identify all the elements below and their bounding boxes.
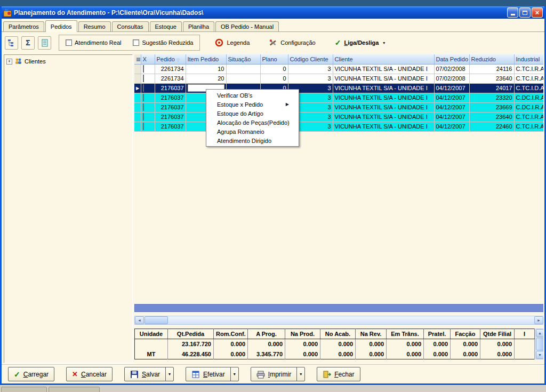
cell-industrial[interactable]: C.TC.I.R.A bbox=[514, 64, 543, 74]
table-row[interactable]: 2176037 3 VICUNHA TEXTIL S/A - UNIDADE I… bbox=[134, 122, 543, 131]
tab-resumo[interactable]: Resumo bbox=[78, 21, 111, 31]
row-checkbox[interactable] bbox=[143, 123, 144, 130]
row-checkbox[interactable] bbox=[143, 75, 144, 82]
tab-ob-pedido-manual[interactable]: OB Pedido - Manual bbox=[215, 21, 279, 31]
col-header-data-pedido[interactable]: Data Pedido bbox=[434, 54, 469, 64]
cell-codigo[interactable]: 3 bbox=[288, 74, 333, 83]
horizontal-scrollbar[interactable]: ◄ ► bbox=[134, 316, 543, 325]
cell-data[interactable]: 07/02/2008 bbox=[434, 74, 469, 83]
taskbar-button[interactable] bbox=[1, 387, 47, 392]
col-header-situacao[interactable]: Situação bbox=[226, 54, 260, 64]
cell-data[interactable]: 04/12/2007 bbox=[434, 112, 469, 122]
cell-pedido[interactable]: 2176037 bbox=[155, 102, 186, 112]
fechar-button[interactable]: Fechar bbox=[317, 367, 360, 381]
cell-industrial[interactable]: C.TC.I.R.A bbox=[514, 112, 543, 122]
row-checkbox[interactable] bbox=[143, 65, 144, 73]
scroll-right-button[interactable]: ► bbox=[534, 316, 543, 324]
minimize-button[interactable] bbox=[507, 7, 518, 18]
table-row[interactable]: 2261734 20 0 3 VICUNHA TEXTIL S/A - UNID… bbox=[134, 74, 543, 83]
cell-plano[interactable]: 0 bbox=[260, 74, 288, 83]
summary-vertical-scrollbar[interactable]: ▲ ▼ bbox=[535, 329, 543, 359]
cell-x[interactable] bbox=[141, 102, 155, 112]
cell-pedido[interactable]: 2176037 bbox=[155, 122, 186, 131]
cell-pedido[interactable]: 2176037 bbox=[155, 93, 186, 102]
cell-x[interactable] bbox=[141, 83, 155, 93]
cell-cliente[interactable]: VICUNHA TEXTIL S/A - UNIDADE I bbox=[333, 93, 434, 102]
table-row[interactable]: 2261734 10 0 3 VICUNHA TEXTIL S/A - UNID… bbox=[134, 64, 543, 74]
cell-reduzido[interactable]: 24116 bbox=[469, 64, 514, 74]
cell-cliente[interactable]: VICUNHA TEXTIL S/A - UNIDADE I bbox=[333, 112, 434, 122]
cell-pedido[interactable]: 2261734 bbox=[155, 74, 186, 83]
col-header-cliente[interactable]: Cliente bbox=[333, 54, 434, 64]
efetivar-button[interactable]: Efetivar ▾ bbox=[186, 367, 239, 381]
scroll-up-button[interactable]: ▲ bbox=[536, 329, 543, 337]
legenda-button[interactable]: Legenda bbox=[211, 37, 254, 49]
table-row[interactable]: 2176037 3 VICUNHA TEXTIL S/A - UNIDADE I… bbox=[134, 112, 543, 122]
salvar-dropdown[interactable]: ▾ bbox=[165, 367, 173, 381]
notes-button[interactable] bbox=[38, 36, 51, 50]
cancelar-button[interactable]: ✕ Cancelar bbox=[66, 367, 113, 381]
cell-reduzido[interactable]: 22460 bbox=[469, 122, 514, 131]
grid-corner-icon[interactable]: ▦ bbox=[136, 57, 141, 62]
cell-pedido[interactable]: 2176037 bbox=[155, 112, 186, 122]
scroll-left-button[interactable]: ◄ bbox=[135, 316, 144, 324]
sugestao-reduzida-checkbox[interactable]: Sugestão Reduzida bbox=[133, 39, 193, 46]
table-row-selected[interactable]: ▶ 2176037 0 3 VICUNHA TEXTIL S/A - UNIDA… bbox=[134, 83, 543, 93]
outline-button[interactable] bbox=[5, 36, 18, 50]
cell-x[interactable] bbox=[141, 122, 155, 131]
taskbar-button[interactable] bbox=[49, 387, 100, 392]
cell-reduzido[interactable]: 23640 bbox=[469, 74, 514, 83]
liga-desliga-button[interactable]: ✓ Liga/Desliga ▾ bbox=[331, 37, 390, 49]
tree-expander-icon[interactable]: + bbox=[6, 59, 12, 65]
cell-x[interactable] bbox=[141, 112, 155, 122]
cell-cliente[interactable]: VICUNHA TEXTIL S/A - UNIDADE I bbox=[333, 83, 434, 93]
menu-item-agrupa-romaneio[interactable]: Agrupa Romaneio bbox=[206, 127, 299, 136]
cell-data[interactable]: 04/12/2007 bbox=[434, 83, 469, 93]
cell-item[interactable]: 10 bbox=[186, 64, 226, 74]
cell-cliente[interactable]: VICUNHA TEXTIL S/A - UNIDADE I bbox=[333, 102, 434, 112]
cell-x[interactable] bbox=[141, 93, 155, 102]
atendimento-real-checkbox[interactable]: Atendimento Real bbox=[66, 39, 121, 46]
cell-reduzido[interactable]: 23320 bbox=[469, 93, 514, 102]
menu-item-alocacao-de-pecas[interactable]: Alocação de Peças(Pedido) bbox=[206, 118, 299, 127]
cell-reduzido[interactable]: 23669 bbox=[469, 102, 514, 112]
tab-consultas[interactable]: Consultas bbox=[112, 21, 149, 31]
cell-industrial[interactable]: C.TC.I.D.A bbox=[514, 83, 543, 93]
cell-item[interactable]: 20 bbox=[186, 74, 226, 83]
col-header-industrial[interactable]: Industrial bbox=[514, 54, 543, 64]
cell-x[interactable] bbox=[141, 74, 155, 83]
cell-situacao[interactable] bbox=[226, 74, 260, 83]
maximize-button[interactable] bbox=[519, 7, 531, 18]
col-header-reduzido[interactable]: Reduzido bbox=[469, 54, 514, 64]
cell-data[interactable]: 07/02/2008 bbox=[434, 64, 469, 74]
cell-industrial[interactable]: C.TC.I.R.A bbox=[514, 74, 543, 83]
cell-reduzido[interactable]: 23640 bbox=[469, 112, 514, 122]
table-row[interactable]: 2176037 3 VICUNHA TEXTIL S/A - UNIDADE I… bbox=[134, 102, 543, 112]
col-header-pedido[interactable]: Pedido▽ bbox=[155, 54, 186, 64]
sum-button[interactable]: Σ bbox=[21, 36, 35, 50]
col-header-x[interactable]: X bbox=[141, 54, 155, 64]
col-header-codigo-cliente[interactable]: Código Cliente bbox=[288, 54, 333, 64]
cell-plano[interactable]: 0 bbox=[260, 64, 288, 74]
cell-pedido[interactable]: 2261734 bbox=[155, 64, 186, 74]
imprimir-dropdown[interactable]: ▾ bbox=[296, 367, 304, 381]
cell-industrial[interactable]: C.DC.I.R.A bbox=[514, 102, 543, 112]
menu-item-verificar-obs[interactable]: Verificar OB's bbox=[206, 91, 299, 100]
configuracao-button[interactable]: Configuração bbox=[264, 37, 319, 49]
cell-data[interactable]: 04/12/2007 bbox=[434, 93, 469, 102]
cell-x[interactable] bbox=[141, 64, 155, 74]
tab-estoque[interactable]: Estoque bbox=[150, 21, 182, 31]
cell-industrial[interactable]: C.TC.I.R.A bbox=[514, 122, 543, 131]
row-checkbox[interactable] bbox=[143, 84, 144, 92]
cell-cliente[interactable]: VICUNHA TEXTIL S/A - UNIDADE I bbox=[333, 74, 434, 83]
col-header-plano[interactable]: Plano bbox=[260, 54, 288, 64]
row-checkbox[interactable] bbox=[143, 103, 144, 111]
cell-reduzido[interactable]: 24017 bbox=[469, 83, 514, 93]
cell-codigo[interactable]: 3 bbox=[288, 64, 333, 74]
cell-data[interactable]: 04/12/2007 bbox=[434, 102, 469, 112]
scroll-down-button[interactable]: ▼ bbox=[536, 351, 543, 359]
tab-parametros[interactable]: Parâmetros bbox=[3, 21, 44, 31]
tree-node-clientes[interactable]: + Clientes bbox=[6, 58, 130, 65]
salvar-button[interactable]: Salvar ▾ bbox=[124, 367, 174, 381]
menu-item-estoque-do-artigo[interactable]: Estoque do Artigo bbox=[206, 109, 299, 118]
